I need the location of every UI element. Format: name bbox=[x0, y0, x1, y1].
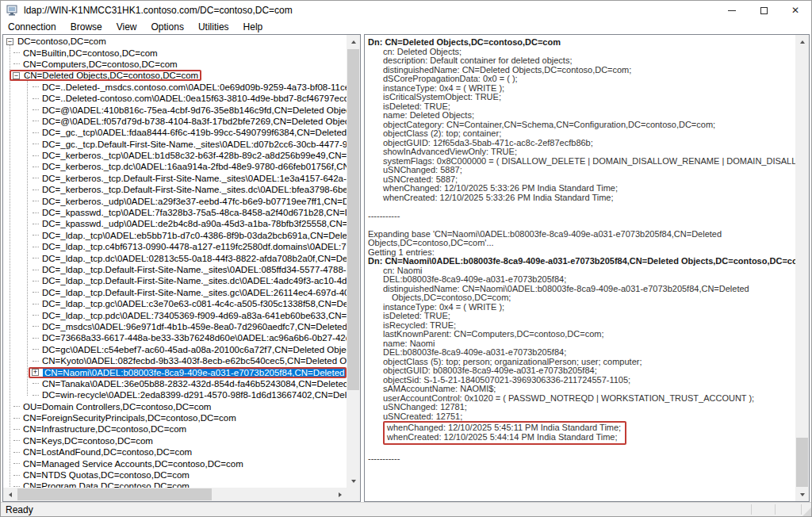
tree-item[interactable]: CN=Program Data,DC=contoso,DC=com bbox=[3, 481, 347, 488]
tree-item[interactable]: DC=_ldap._tcp.c4bf6713-0990-4478-a127-e1… bbox=[3, 241, 347, 252]
tree-item[interactable]: DC=_gc._tcp.Default-First-Site-Name._sit… bbox=[3, 139, 347, 150]
tree-item-label: CN=Infrastructure,DC=contoso,DC=com bbox=[23, 424, 186, 434]
menu-item-browse[interactable]: Browse bbox=[63, 21, 109, 33]
tree-connector bbox=[33, 178, 39, 178]
tree-connector bbox=[33, 213, 39, 213]
menu-item-utilities[interactable]: Utilities bbox=[191, 21, 236, 33]
menu-item-options[interactable]: Options bbox=[144, 21, 191, 33]
attribute-line: ----------- bbox=[368, 454, 795, 464]
attribute-line: DEL:b08003fe-8ca9-409e-a031-e7073b205f84… bbox=[383, 275, 795, 285]
tree-item-label: DC=@\0ADEL:f057d79d-b738-4104-8a3f-17bd2… bbox=[42, 117, 347, 126]
tree-item[interactable]: DC=..Deleted-contoso.com\0ADEL:0ea15f63-… bbox=[3, 93, 347, 104]
tree-item[interactable]: CN=ForeignSecurityPrincipals,DC=contoso,… bbox=[3, 412, 347, 423]
tree-item[interactable]: DC=_kerberos._udp\0ADEL:a29f3e37-eebd-47… bbox=[3, 195, 347, 206]
tree-item[interactable]: DC=_kerberos._tcp.Default-First-Site-Nam… bbox=[3, 173, 347, 184]
minimize-button[interactable] bbox=[716, 1, 748, 20]
tree-item[interactable]: OU=Domain Controllers,DC=contoso,DC=com bbox=[3, 401, 347, 412]
tree-connector bbox=[33, 224, 39, 224]
scroll-right-icon[interactable] bbox=[333, 488, 347, 501]
tree-item[interactable]: −DC=contoso,DC=com bbox=[3, 36, 347, 47]
scroll-up-icon[interactable] bbox=[795, 35, 809, 48]
tree-item-label: CN=Managed Service Accounts,DC=contoso,D… bbox=[23, 459, 243, 469]
tree-item-label: DC=_kerberos._tcp.dc\0ADEL:16aa914a-2fbd… bbox=[42, 162, 347, 171]
tree-item[interactable]: CN=Infrastructure,DC=contoso,DC=com bbox=[3, 423, 347, 435]
tree-item[interactable]: +CN=Naomi\0ADEL:b08003fe-8ca9-409e-a031-… bbox=[3, 366, 347, 377]
tree-item[interactable]: CN=Builtin,DC=contoso,DC=com bbox=[3, 47, 347, 58]
tree-item[interactable]: DC=_ldap._tcp.gc\0ADEL:c3e70e63-c081-4c4… bbox=[3, 298, 347, 309]
tree-item-label: CN=LostAndFound,DC=contoso,DC=com bbox=[23, 447, 192, 457]
tree-vscroll-thumb[interactable] bbox=[347, 49, 359, 390]
tree-item[interactable]: DC=_ldap._tcp.Default-First-Site-Name._s… bbox=[3, 264, 347, 275]
tree-item[interactable]: DC=@\0ADEL:410b816c-75ea-4cbf-9d76-35e8b… bbox=[3, 104, 347, 115]
app-icon bbox=[6, 4, 19, 17]
tree-connector bbox=[13, 52, 20, 53]
tree-item-label: CN=Naomi\0ADEL:b08003fe-8ca9-409e-a031-e… bbox=[43, 368, 347, 377]
close-button[interactable]: ✕ bbox=[779, 1, 811, 20]
details-pane[interactable]: Dn: CN=Deleted Objects,DC=contoso,DC=com… bbox=[364, 34, 810, 502]
tree-item[interactable]: DC=_kerberos._tcp.dc\0ADEL:16aa914a-2fbd… bbox=[3, 161, 347, 172]
tree-item-label: CN=ForeignSecurityPrincipals,DC=contoso,… bbox=[23, 413, 236, 423]
tree-connector bbox=[33, 235, 39, 236]
scroll-down-icon[interactable] bbox=[347, 474, 360, 488]
tree-item-label: DC=_ldap._tcp.Default-First-Site-Name._s… bbox=[42, 276, 347, 285]
details-vertical-scrollbar[interactable] bbox=[795, 35, 809, 501]
tree-connector bbox=[13, 486, 20, 487]
tree-item[interactable]: DC=win-recycle\0ADEL:2eda8399-d291-4570-… bbox=[3, 389, 347, 400]
details-vscroll-thumb[interactable] bbox=[796, 438, 808, 487]
tree-item-label: DC=_msdcs\0ADEL:96e971df-4b1b-459e-8ea0-… bbox=[42, 322, 347, 331]
tree-connector bbox=[13, 406, 20, 407]
tree-item-label: CN=Tanaka\0ADEL:36e05b88-2832-432d-854d-… bbox=[42, 379, 347, 389]
tree-item[interactable]: CN=Managed Service Accounts,DC=contoso,D… bbox=[3, 458, 347, 469]
status-divider bbox=[801, 504, 802, 515]
tree-item[interactable]: DC=_kpasswd._tcp\0ADEL:7fa328b3-75a5-48c… bbox=[3, 207, 347, 218]
attribute-line: description: Default container for delet… bbox=[383, 56, 795, 66]
tree-item[interactable]: DC=_kerberos._tcp\0ADEL:b1d58c32-b63f-42… bbox=[3, 150, 347, 161]
menu-item-connection[interactable]: Connection bbox=[1, 21, 63, 33]
tree-connector bbox=[33, 132, 39, 133]
collapse-toggle-icon[interactable]: − bbox=[6, 38, 13, 45]
expand-toggle-icon[interactable]: + bbox=[32, 369, 39, 376]
menu-item-view[interactable]: View bbox=[109, 21, 144, 33]
scroll-down-icon[interactable] bbox=[795, 488, 809, 501]
tree-item[interactable]: DC=_ldap._tcp.Default-First-Site-Name._s… bbox=[3, 287, 347, 298]
attribute-line bbox=[368, 202, 795, 212]
tree-item[interactable]: DC=_kerberos._tcp.Default-First-Site-Nam… bbox=[3, 184, 347, 195]
tree-item-label: DC=_kpasswd._tcp\0ADEL:7fa328b3-75a5-48c… bbox=[42, 208, 347, 217]
tree-item[interactable]: DC=..Deleted-_msdcs.contoso.com\0ADEL:0e… bbox=[3, 82, 347, 93]
tree-item-label: DC=_ldap._tcp.pdc\0ADEL:73405369-f909-4d… bbox=[42, 311, 347, 320]
tree-item[interactable]: DC=73668a33-6617-448a-be33-33b76248d60e\… bbox=[3, 332, 347, 343]
menu-item-help[interactable]: Help bbox=[236, 21, 270, 33]
tree-item[interactable]: DC=_gc._tcp\0ADEL:fdaa8444-6f6c-419b-99c… bbox=[3, 127, 347, 138]
tree-item[interactable]: CN=NTDS Quotas,DC=contoso,DC=com bbox=[3, 469, 347, 481]
tree-item[interactable]: DC=_ldap._tcp\0ADEL:eb5bb71b-d7c0-4386-8… bbox=[3, 230, 347, 241]
tree-pane[interactable]: −DC=contoso,DC=comCN=Builtin,DC=contoso,… bbox=[2, 34, 361, 502]
directory-tree: −DC=contoso,DC=comCN=Builtin,DC=contoso,… bbox=[3, 36, 347, 488]
attribute-line: isDeleted: TRUE; bbox=[383, 312, 795, 321]
tree-connector bbox=[33, 281, 39, 281]
tree-connector bbox=[33, 109, 39, 110]
tree-vertical-scrollbar[interactable] bbox=[347, 35, 360, 488]
tree-item[interactable]: CN=Computers,DC=contoso,DC=com bbox=[3, 59, 347, 70]
tree-hscroll-thumb[interactable] bbox=[17, 488, 212, 500]
tree-item[interactable]: DC=gc\0ADEL:c54ebef7-ac60-45ad-a08a-2010… bbox=[3, 344, 347, 355]
tree-item[interactable]: DC=_kpasswd._udp\0ADEL:de2b4c8d-a90a-45d… bbox=[3, 218, 347, 229]
attribute-line: sAMAccountName: NAOMI$; bbox=[383, 385, 795, 394]
collapse-toggle-icon[interactable]: − bbox=[13, 72, 20, 79]
tree-item[interactable]: DC=_ldap._tcp.pdc\0ADEL:73405369-f909-4d… bbox=[3, 309, 347, 320]
tree-connector bbox=[33, 98, 39, 99]
tree-item[interactable]: DC=_ldap._tcp.dc\0ADEL:02813c55-0a18-44f… bbox=[3, 252, 347, 263]
tree-item[interactable]: DC=_msdcs\0ADEL:96e971df-4b1b-459e-8ea0-… bbox=[3, 321, 347, 332]
tree-item[interactable]: CN=LostAndFound,DC=contoso,DC=com bbox=[3, 446, 347, 458]
tree-connector bbox=[33, 304, 39, 304]
maximize-button[interactable] bbox=[748, 1, 779, 20]
scroll-left-icon[interactable] bbox=[3, 488, 17, 501]
tree-item[interactable]: DC=_ldap._tcp.Default-First-Site-Name._s… bbox=[3, 275, 347, 286]
tree-item[interactable]: CN=Kyoto\0ADEL:082fecbd-9b33-403f-8ecb-e… bbox=[3, 355, 347, 366]
tree-item[interactable]: CN=Tanaka\0ADEL:36e05b88-2832-432d-854d-… bbox=[3, 378, 347, 389]
tree-item[interactable]: −CN=Deleted Objects,DC=contoso,DC=com bbox=[3, 70, 347, 81]
tree-item[interactable]: CN=Keys,DC=contoso,DC=com bbox=[3, 435, 347, 446]
scroll-up-icon[interactable] bbox=[347, 35, 360, 48]
tree-item[interactable]: DC=@\0ADEL:f057d79d-b738-4104-8a3f-17bd2… bbox=[3, 116, 347, 127]
resize-grip[interactable] bbox=[802, 507, 811, 516]
tree-horizontal-scrollbar[interactable] bbox=[3, 488, 347, 501]
